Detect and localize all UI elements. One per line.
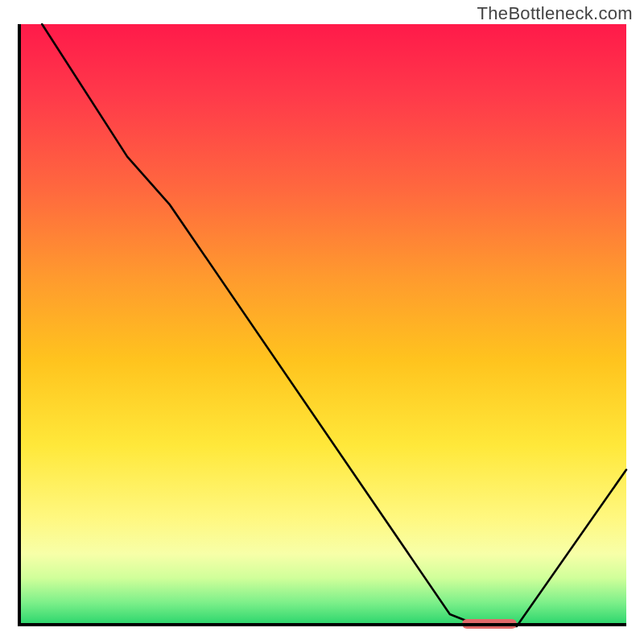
chart-stage: TheBottleneck.com (0, 0, 644, 644)
axes (18, 24, 626, 626)
watermark-text: TheBottleneck.com (477, 3, 633, 24)
plot-area (18, 24, 626, 626)
